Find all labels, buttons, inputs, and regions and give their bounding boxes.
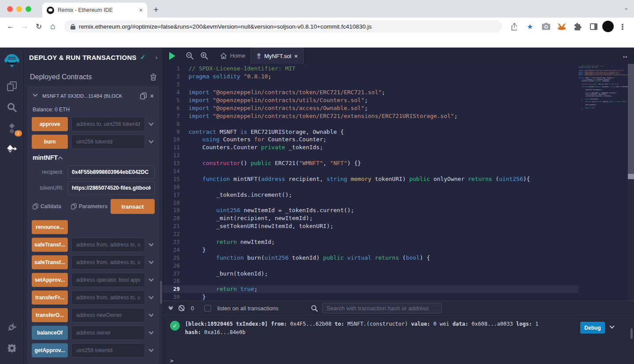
fn-button-safetransf[interactable]: safeTransf... <box>32 238 68 252</box>
close-window-button[interactable] <box>7 6 13 12</box>
fn-args-input[interactable] <box>71 238 145 252</box>
new-tab-button[interactable]: + <box>153 4 159 15</box>
fn-expand-chevron-icon[interactable] <box>148 276 153 281</box>
run-play-icon[interactable] <box>169 52 175 60</box>
fn-expand-chevron-icon[interactable] <box>148 259 153 264</box>
tab-mynft-sol[interactable]: MyNFT.sol × <box>251 48 304 64</box>
minimap[interactable]: // SPDX-License-Identifier: MITpragma so… <box>578 64 628 301</box>
mint-field-label: tokenURI: <box>32 185 63 191</box>
tab-home[interactable]: Home <box>215 48 251 64</box>
editor-scrollbar-handle[interactable] <box>628 174 634 179</box>
close-tab-icon[interactable]: × <box>139 7 143 14</box>
solidity-compiler-icon[interactable]: 1 <box>3 119 21 138</box>
contract-expand-chevron-icon[interactable] <box>33 92 37 96</box>
editor-scrollbar[interactable] <box>628 64 634 301</box>
terminal-scrollbar[interactable] <box>630 328 633 339</box>
home-tab-label: Home <box>230 52 245 59</box>
debug-button[interactable]: Debug <box>580 322 605 334</box>
bookmark-star-icon[interactable]: ★ <box>524 21 536 32</box>
fn-args-input[interactable] <box>71 343 145 357</box>
tx-log-entry[interactable]: [block:18920465 txIndex:0] from: 0x4F5..… <box>185 320 575 355</box>
fn-expand-chevron-icon[interactable] <box>148 121 153 125</box>
remix-logo[interactable] <box>3 51 21 70</box>
terminal-search-icon <box>311 305 318 312</box>
mint-field-input[interactable] <box>68 181 155 195</box>
tx-expand-chevron-icon[interactable] <box>609 324 614 328</box>
listen-checkbox[interactable] <box>204 305 211 312</box>
fn-expand-chevron-icon[interactable] <box>148 329 153 334</box>
fn-button-getapprov[interactable]: getApprov... <box>32 343 68 357</box>
editor-scrollbar-thumb[interactable] <box>628 64 634 176</box>
clear-console-icon[interactable] <box>178 305 185 311</box>
mintnft-collapse-chevron-icon[interactable] <box>58 156 63 161</box>
trash-icon[interactable] <box>150 74 156 81</box>
collapse-panel-chevron-icon[interactable]: › <box>156 54 157 61</box>
home-icon[interactable]: ⌂ <box>47 20 59 33</box>
extensions-puzzle-icon[interactable] <box>572 21 583 32</box>
camera-extension-icon[interactable] <box>540 21 552 32</box>
search-icon[interactable] <box>3 98 21 117</box>
fn-button-transferfr[interactable]: transferFr... <box>32 290 68 305</box>
contract-row[interactable]: MSNFT AT 0X3DD...114B4 (BLOCK × <box>32 89 155 103</box>
fn-button-renounce[interactable]: renounce... <box>32 220 68 234</box>
fn-args-input[interactable] <box>71 135 145 149</box>
zoom-in-icon[interactable] <box>200 52 208 59</box>
resize-horizontal-icon[interactable]: ↔ <box>622 52 629 60</box>
deploy-run-icon[interactable] <box>3 140 21 159</box>
fn-args-input[interactable] <box>71 290 145 305</box>
fn-button-safetransf[interactable]: safeTransf... <box>32 255 68 269</box>
tab-overview-chevron-icon[interactable]: ⌄ <box>624 4 629 11</box>
settings-gear-icon[interactable] <box>3 338 21 358</box>
line-number: 1 <box>163 65 189 72</box>
fn-expand-chevron-icon[interactable] <box>148 312 153 316</box>
fn-expand-chevron-icon[interactable] <box>148 294 153 299</box>
fn-args-input[interactable] <box>71 326 145 340</box>
url-bar[interactable]: remix.ethereum.org/#optimize=false&runs=… <box>64 20 502 33</box>
remove-contract-icon[interactable]: × <box>150 92 154 99</box>
terminal-prompt[interactable]: > <box>163 355 634 364</box>
browser-menu-icon[interactable]: ••• <box>617 21 628 32</box>
zoom-out-icon[interactable] <box>186 52 193 59</box>
line-number: 11 <box>163 144 189 151</box>
plugin-manager-icon[interactable] <box>3 317 21 337</box>
code-line: 17 _tokenIds.increment(); <box>163 191 578 199</box>
fn-args-input[interactable] <box>71 273 145 287</box>
copy-calldata[interactable]: Calldata <box>33 203 61 210</box>
solidity-file-icon <box>256 53 261 59</box>
fn-button-approve[interactable]: approve <box>32 117 68 131</box>
transact-button[interactable]: transact <box>111 199 155 214</box>
side-panel-icon[interactable] <box>588 21 599 32</box>
profile-avatar[interactable] <box>602 21 614 32</box>
fn-expand-chevron-icon[interactable] <box>148 241 153 246</box>
code-line: 13 constructor() public ERC721("WMNFT", … <box>163 159 578 167</box>
copy-contract-icon[interactable] <box>140 92 147 99</box>
file-explorer-icon[interactable] <box>3 77 21 96</box>
mint-field-input[interactable] <box>68 165 155 179</box>
terminal-collapse-icon[interactable] <box>169 307 172 309</box>
fn-button-balanceof[interactable]: balanceOf <box>32 326 68 340</box>
editor[interactable]: 1// SPDX-License-Identifier: MIT2pragma … <box>163 64 634 301</box>
maximize-window-button[interactable] <box>26 6 31 12</box>
fn-button-transfero[interactable]: transferO... <box>32 308 68 322</box>
browser-tab[interactable]: Remix - Ethereum IDE × <box>42 3 147 18</box>
line-number: 9 <box>163 129 189 135</box>
metamask-extension-icon[interactable] <box>556 21 567 32</box>
fn-args-input[interactable] <box>71 117 145 131</box>
fn-button-setapprov[interactable]: setApprov... <box>32 273 68 287</box>
code-area[interactable]: 1// SPDX-License-Identifier: MIT2pragma … <box>163 64 578 301</box>
fn-args-input[interactable] <box>71 255 145 269</box>
fn-expand-chevron-icon[interactable] <box>148 347 153 352</box>
close-mynft-tab-icon[interactable]: × <box>294 53 298 59</box>
fn-button-burn[interactable]: burn <box>32 135 68 149</box>
reload-icon[interactable]: ↻ <box>33 20 45 33</box>
share-icon[interactable] <box>508 21 520 32</box>
back-icon[interactable]: ← <box>4 20 17 33</box>
terminal-search-input[interactable] <box>322 303 442 313</box>
forward-icon[interactable]: → <box>19 20 31 33</box>
minimize-window-button[interactable] <box>16 6 22 12</box>
mintnft-header[interactable]: mintNFT <box>32 152 155 165</box>
copy-parameters[interactable]: Parameters <box>71 203 108 210</box>
fn-args-input[interactable] <box>71 308 145 322</box>
panel-scrollbar[interactable] <box>160 281 162 304</box>
fn-expand-chevron-icon[interactable] <box>148 138 153 143</box>
